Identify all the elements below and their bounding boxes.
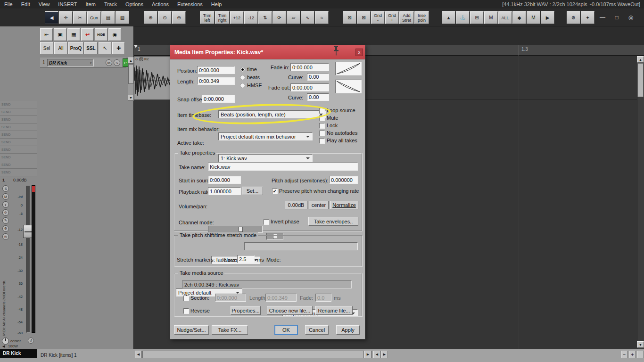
- zoom-out-button[interactable]: ⊖: [172, 11, 186, 24]
- edit-cursor-marker[interactable]: [134, 45, 138, 48]
- tcp-scroll-up-icon[interactable]: ▲: [128, 58, 134, 64]
- plus12-button[interactable]: +12: [230, 11, 244, 24]
- play-all-takes-checkbox[interactable]: [319, 138, 325, 144]
- mixer-solo-button[interactable]: S: [2, 185, 9, 192]
- zoom-selection-button[interactable]: ⊕: [144, 11, 157, 24]
- menu-edit[interactable]: Edit: [17, 1, 34, 7]
- item-mix-dropdown[interactable]: Project default item mix behavior: [218, 132, 313, 140]
- section-checkbox[interactable]: [183, 296, 189, 301]
- tcp-scroll-down-icon[interactable]: ▼: [128, 95, 134, 101]
- menu-insert[interactable]: INSERT: [54, 1, 81, 7]
- envelope-button[interactable]: ∿: [301, 11, 314, 24]
- trim-left-button[interactable]: Trim left: [200, 11, 215, 24]
- pan-center-button[interactable]: center: [309, 201, 329, 209]
- nudge-set-button[interactable]: Nudge/Set...: [174, 325, 209, 335]
- menu-track[interactable]: Track: [100, 1, 121, 7]
- send-row[interactable]: SEND: [0, 154, 37, 161]
- fade-out-curve[interactable]: [335, 80, 362, 93]
- item-tool-button[interactable]: ▤: [101, 11, 115, 24]
- menu-options[interactable]: Options: [121, 1, 148, 7]
- zoom-out-corner-button[interactable]: −: [621, 351, 628, 358]
- mixer-mute-button[interactable]: M: [2, 193, 9, 200]
- mixer-clock-button[interactable]: ⊙: [2, 209, 9, 216]
- plus-tool-button[interactable]: ✚: [112, 42, 125, 54]
- monitor-button[interactable]: ⊞: [470, 11, 484, 24]
- pitch-updown-button[interactable]: ⇅: [258, 11, 272, 24]
- source-properties-button[interactable]: Properties...: [231, 306, 261, 315]
- mixer-edit-button[interactable]: ✎: [2, 217, 9, 224]
- hide-button[interactable]: HIDE: [95, 28, 107, 41]
- preserve-pitch-checkbox[interactable]: [272, 189, 278, 194]
- cut-tool-button[interactable]: ✂: [73, 11, 87, 24]
- scroll-right-icon[interactable]: ▶: [381, 351, 388, 358]
- media-item-kick[interactable]: ⊙ M Kic: [134, 56, 172, 100]
- radio-hmsf[interactable]: [240, 83, 245, 88]
- track-mute-button[interactable]: M: [106, 59, 112, 66]
- anchor-button[interactable]: ⚓: [456, 11, 470, 24]
- play-button[interactable]: ▶: [541, 11, 554, 24]
- send-row[interactable]: SEND: [0, 101, 37, 108]
- track-solo-button[interactable]: S: [114, 59, 120, 66]
- item-mute-button[interactable]: ⊠: [343, 11, 356, 24]
- phase-rotate-icon[interactable]: ↺: [28, 337, 34, 344]
- send-row[interactable]: SEND: [0, 123, 37, 131]
- mute-checkbox[interactable]: [319, 115, 325, 121]
- gun-button[interactable]: Gun: [87, 11, 101, 24]
- maximize-button[interactable]: □: [611, 12, 622, 23]
- menu-view[interactable]: View: [34, 1, 54, 7]
- take-envelopes-button[interactable]: Take envelopes..: [308, 217, 358, 226]
- fade-in-curve[interactable]: [335, 62, 362, 75]
- save-button[interactable]: ▣: [54, 28, 66, 41]
- fade-out-field[interactable]: 0:00.000: [290, 83, 329, 91]
- proq-button[interactable]: ProQ: [68, 42, 83, 54]
- all-channels-button[interactable]: ALL: [498, 11, 512, 24]
- midi2-button[interactable]: M: [527, 11, 540, 24]
- sel-button[interactable]: Sel: [40, 42, 53, 54]
- loop-button[interactable]: ⟳: [272, 11, 286, 24]
- apply-button[interactable]: Apply: [336, 325, 360, 335]
- send-row[interactable]: SEND: [0, 131, 37, 139]
- choose-new-file-button[interactable]: Choose new file...: [267, 306, 313, 315]
- fade-tool-button[interactable]: ▱: [287, 11, 300, 24]
- send-row[interactable]: SEND: [0, 161, 37, 169]
- ok-button[interactable]: OK: [275, 325, 297, 335]
- grid-button[interactable]: ▦: [67, 28, 80, 41]
- menu-extensions[interactable]: Extensions: [173, 1, 207, 7]
- menu-file[interactable]: File: [0, 1, 17, 7]
- chevron-down-icon[interactable]: ∨: [90, 61, 92, 65]
- width-label[interactable]: 100W: [8, 344, 18, 348]
- solid-tool-button[interactable]: ▲: [442, 11, 455, 24]
- take-name-field[interactable]: Kick.wav: [208, 163, 358, 171]
- menu-help[interactable]: Help: [207, 1, 226, 7]
- menu-item[interactable]: Item: [82, 1, 100, 7]
- wrench-button[interactable]: ⚙: [567, 11, 580, 24]
- radio-time[interactable]: [240, 67, 245, 72]
- send-row[interactable]: SEND: [0, 139, 37, 146]
- item-clock-icon[interactable]: ⊙: [135, 58, 138, 61]
- minus12-button[interactable]: -12: [244, 11, 258, 24]
- pan-label[interactable]: center: [10, 339, 21, 343]
- diamond-button[interactable]: ◆: [512, 11, 526, 24]
- selected-track-tab[interactable]: DR Kick: [0, 349, 37, 358]
- zoom-in-corner-button[interactable]: +: [629, 351, 636, 358]
- tcp-scroll-thumb[interactable]: [128, 64, 133, 84]
- send-row[interactable]: SEND: [0, 116, 37, 123]
- cancel-button[interactable]: Cancel: [305, 325, 329, 335]
- mixer-settings-button[interactable]: ⚙: [2, 225, 9, 232]
- menu-actions[interactable]: Actions: [148, 1, 173, 7]
- eye-button[interactable]: ◉: [108, 28, 121, 41]
- take-fx-button[interactable]: Take FX...: [212, 325, 248, 335]
- item-lock-button[interactable]: ⊠: [357, 11, 371, 24]
- add-stretch-button[interactable]: Add Stret: [399, 11, 414, 24]
- vscroll-thumb[interactable]: [637, 63, 644, 97]
- vertical-scrollbar[interactable]: [637, 56, 644, 349]
- scroll-down-icon[interactable]: ▼: [637, 341, 644, 348]
- hscroll-left-icon[interactable]: ◀: [135, 351, 142, 358]
- grid-plus-button[interactable]: Grid +: [385, 11, 399, 24]
- volume-fader-track[interactable]: [26, 186, 30, 333]
- track-name-field[interactable]: DR Kick ∨: [47, 59, 94, 66]
- hscroll-thumb[interactable]: [142, 351, 364, 358]
- corner-grip[interactable]: [637, 351, 644, 358]
- invert-phase-checkbox[interactable]: [264, 219, 269, 225]
- mixer-input-button[interactable]: IN: [2, 233, 9, 240]
